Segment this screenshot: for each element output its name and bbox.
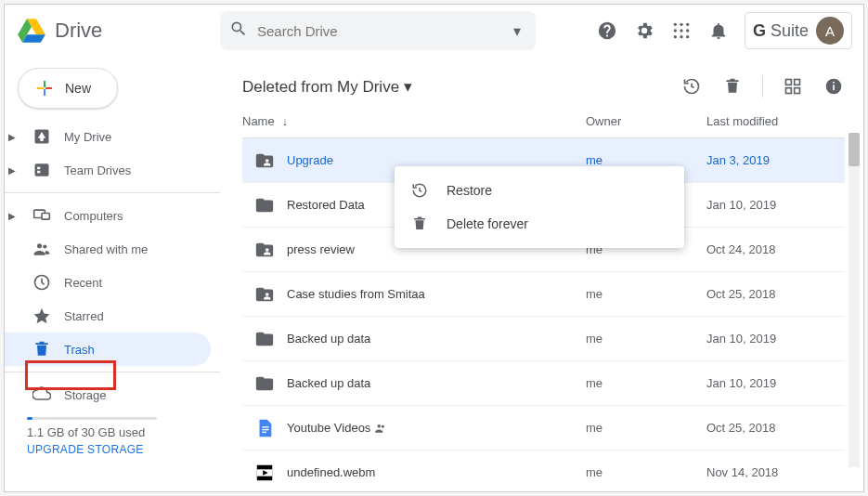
storage-bar (27, 417, 157, 420)
context-menu: Restore Delete forever (395, 166, 684, 248)
svg-point-24 (266, 159, 269, 163)
svg-rect-22 (833, 85, 835, 90)
app-name: Drive (55, 19, 102, 43)
table-row[interactable]: Youtube Videos meOct 25, 2018 (242, 406, 845, 450)
file-owner: me (586, 287, 706, 301)
svg-point-2 (686, 23, 689, 26)
sidebar-item-my-drive[interactable]: ▶ My Drive (5, 120, 211, 153)
file-owner: me (586, 465, 706, 479)
computers-icon (31, 204, 53, 227)
sidebar-item-storage[interactable]: Storage (5, 378, 211, 411)
team-drives-icon (31, 159, 53, 181)
menu-item-restore[interactable]: Restore (395, 174, 684, 207)
sidebar-divider (5, 192, 220, 193)
table-row[interactable]: Backed up datameJan 10, 2019 (242, 317, 845, 361)
file-modified: Oct 24, 2018 (706, 242, 845, 256)
sort-arrow-icon[interactable]: ↓ (282, 114, 289, 128)
gsuite-badge[interactable]: G Suite A (745, 12, 852, 49)
col-modified-label[interactable]: Last modified (706, 114, 845, 128)
sidebar-item-computers[interactable]: ▶ Computers (5, 199, 211, 232)
svg-rect-29 (262, 431, 266, 432)
file-owner: me (586, 153, 706, 167)
sidebar-item-starred[interactable]: Starred (5, 299, 211, 333)
trash-icon (31, 338, 53, 360)
sidebar-item-shared[interactable]: Shared with me (5, 232, 211, 266)
svg-rect-23 (833, 82, 835, 84)
new-button-label: New (65, 81, 91, 96)
search-dropdown-caret[interactable]: ▾ (506, 22, 528, 40)
settings-gear-icon[interactable] (633, 20, 655, 42)
col-name-label[interactable]: Name (242, 114, 275, 128)
file-modified: Nov 14, 2018 (706, 465, 845, 479)
chevron-down-icon: ▾ (404, 78, 412, 96)
menu-item-label: Restore (447, 183, 492, 198)
location-breadcrumb[interactable]: Deleted from My Drive ▾ (242, 77, 412, 97)
svg-rect-28 (262, 428, 268, 429)
svg-point-5 (686, 29, 689, 32)
apps-grid-icon[interactable] (670, 20, 693, 42)
file-type-icon (242, 150, 287, 171)
scrollbar[interactable] (849, 133, 860, 467)
sidebar-item-trash[interactable]: Trash (5, 333, 211, 366)
table-row[interactable]: Backed up datameJan 10, 2019 (242, 361, 845, 406)
recent-icon (31, 271, 53, 294)
help-icon[interactable] (596, 20, 618, 42)
table-row[interactable]: Case studies from SmitaameOct 25, 2018 (242, 272, 845, 317)
svg-point-25 (266, 248, 269, 252)
svg-point-30 (377, 424, 381, 428)
table-row[interactable]: undefined.webmmeNov 14, 2018 (242, 450, 845, 492)
svg-point-0 (674, 23, 677, 26)
upgrade-storage-link[interactable]: UPGRADE STORAGE (27, 443, 220, 456)
search-icon (227, 20, 250, 42)
search-box[interactable]: ▾ (220, 11, 536, 50)
sidebar-item-label: Recent (64, 276, 102, 290)
file-name: Backed up data (287, 332, 586, 346)
separator (762, 75, 763, 98)
google-drive-icon (16, 15, 47, 46)
file-type-icon (242, 418, 287, 438)
delete-action-icon[interactable] (721, 75, 744, 98)
restore-action-icon[interactable] (680, 75, 703, 98)
search-input[interactable] (250, 23, 506, 39)
svg-point-31 (382, 425, 384, 428)
info-icon[interactable] (823, 75, 845, 98)
menu-item-delete-forever[interactable]: Delete forever (395, 207, 684, 241)
list-header: Name ↓ Owner Last modified (242, 105, 845, 138)
svg-rect-9 (35, 163, 49, 176)
svg-rect-27 (262, 426, 268, 427)
file-name: undefined.webm (287, 465, 586, 479)
gsuite-label: G Suite (753, 21, 809, 41)
plus-icon (33, 77, 56, 99)
svg-rect-18 (795, 80, 800, 85)
trash-icon (411, 215, 430, 232)
svg-rect-20 (795, 88, 800, 94)
col-owner-label[interactable]: Owner (586, 114, 706, 128)
sidebar-item-recent[interactable]: Recent (5, 266, 211, 299)
svg-rect-13 (42, 214, 49, 220)
storage-used-text: 1.1 GB of 30 GB used (27, 425, 220, 439)
sidebar-item-label: My Drive (64, 130, 111, 144)
file-modified: Jan 10, 2019 (706, 376, 845, 390)
notifications-icon[interactable] (707, 20, 730, 42)
file-name: Upgrade (287, 153, 586, 167)
file-type-icon (242, 284, 287, 305)
svg-rect-11 (37, 171, 40, 174)
file-name: Case studies from Smitaa (287, 287, 586, 301)
avatar[interactable]: A (816, 17, 844, 45)
file-type-icon (242, 329, 287, 349)
svg-point-6 (674, 35, 677, 38)
starred-icon (31, 305, 53, 327)
file-owner: me (586, 376, 706, 390)
file-type-icon (242, 240, 287, 260)
drive-logo[interactable]: Drive (16, 15, 220, 46)
sidebar: New ▶ My Drive ▶ Team Drives ▶ Computers… (5, 57, 220, 491)
file-type-icon (242, 373, 287, 394)
sidebar-item-team-drives[interactable]: ▶ Team Drives (5, 153, 211, 187)
new-button[interactable]: New (18, 68, 118, 109)
grid-view-icon[interactable] (782, 75, 804, 98)
menu-item-label: Delete forever (447, 216, 528, 231)
file-name: Youtube Videos (287, 421, 586, 436)
sidebar-item-label: Shared with me (64, 242, 148, 256)
file-owner: me (586, 421, 706, 435)
svg-point-7 (680, 35, 682, 38)
